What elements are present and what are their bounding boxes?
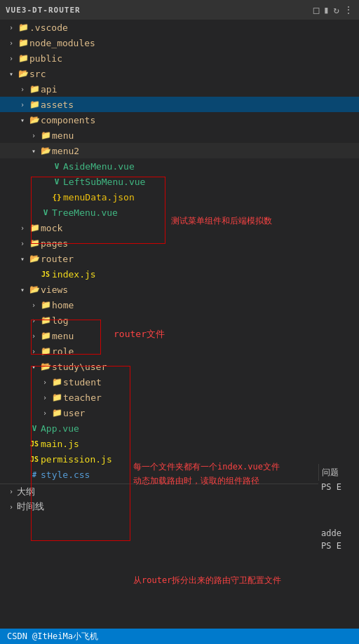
item-label: main.js xyxy=(41,439,79,449)
new-file-icon[interactable]: □ xyxy=(313,4,319,15)
tree-item-role[interactable]: › 📁 role xyxy=(0,343,359,359)
ps-label2: PS E xyxy=(321,541,341,551)
item-label: src xyxy=(29,69,46,79)
chevron-icon: › xyxy=(6,55,17,62)
json-icon: {} xyxy=(50,193,63,202)
tree-item-leftsubmenu[interactable]: V LeftSubMenu.vue xyxy=(0,174,359,189)
vue-icon: V xyxy=(50,162,63,171)
item-label: .vscode xyxy=(29,22,68,33)
added-label: adde xyxy=(321,528,341,538)
chevron-icon: › xyxy=(28,132,39,139)
tree-item-teacher[interactable]: › 📁 teacher xyxy=(0,390,359,405)
item-label: views xyxy=(41,285,68,295)
tree-item-menu2[interactable]: ▾ 📂 menu2 xyxy=(0,143,359,158)
chevron-icon: › xyxy=(28,317,39,324)
folder-icon: 📁 xyxy=(28,100,41,109)
tree-item-router[interactable]: ▾ 📂 router xyxy=(0,251,359,266)
folder-icon: 📁 xyxy=(39,130,52,140)
item-label: api xyxy=(41,84,57,95)
tree-item-api[interactable]: › 📁 api xyxy=(0,81,359,97)
folder-icon: 📁 xyxy=(39,315,52,325)
tree-item-mock[interactable]: › 📁 mock xyxy=(0,220,359,235)
folder-icon: 📁 xyxy=(28,84,41,94)
refresh-icon[interactable]: ↻ xyxy=(334,4,339,15)
folder-open-icon: 📂 xyxy=(39,146,52,156)
added-panel: adde xyxy=(318,527,359,540)
chevron-icon: › xyxy=(17,240,28,247)
tree-item-treemenu[interactable]: V TreeMenu.vue xyxy=(0,205,359,220)
item-label: menu2 xyxy=(52,146,79,156)
chevron-icon: › xyxy=(6,24,17,32)
item-label: home xyxy=(52,300,74,310)
chevron-icon: ▾ xyxy=(28,363,39,371)
tree-item-appvue[interactable]: V App.vue xyxy=(0,420,359,436)
tree-item-assets[interactable]: › 📁 assets xyxy=(0,97,359,112)
item-label: student xyxy=(63,377,102,388)
folder-open-icon: 📂 xyxy=(28,254,41,263)
chevron-icon: › xyxy=(17,224,28,232)
folder-icon: 📁 xyxy=(39,300,52,310)
folder-icon: 📁 xyxy=(17,22,29,32)
tree-item-log[interactable]: › 📁 log xyxy=(0,313,359,328)
chevron-icon: › xyxy=(39,409,50,417)
tree-item-permissionjs[interactable]: JS permission.js xyxy=(0,451,359,467)
item-label: components xyxy=(41,115,95,125)
file-tree: › 📁 .vscode › 📁 node_modules › 📁 public … xyxy=(0,20,359,514)
folder-open-icon: 📂 xyxy=(17,69,29,78)
annotation-permission: 从router拆分出来的路由守卫配置文件 xyxy=(133,575,281,587)
tree-item-views[interactable]: ▾ 📂 views xyxy=(0,282,359,297)
explorer-title: VUE3-DT-ROUTER xyxy=(6,6,81,15)
item-label: teacher xyxy=(63,392,102,403)
tree-item-asidemenu[interactable]: V AsideMenu.vue xyxy=(0,158,359,174)
chevron-icon: › xyxy=(17,85,28,93)
tree-item-components[interactable]: ▾ 📂 components xyxy=(0,112,359,128)
tree-item-outline[interactable]: › 大纲 xyxy=(0,484,359,499)
tree-item-study-user[interactable]: ▾ 📂 study\user xyxy=(0,359,359,374)
tree-item-student[interactable]: › 📁 student xyxy=(0,374,359,390)
top-icons: □ ▮ ↻ ⋮ xyxy=(313,4,353,15)
item-label: user xyxy=(63,408,85,418)
chevron-icon: › xyxy=(28,332,39,340)
folder-icon: 📁 xyxy=(28,238,41,248)
item-label: router xyxy=(41,254,74,264)
explorer-container: VUE3-DT-ROUTER □ ▮ ↻ ⋮ › 📁 .vscode › 📁 n… xyxy=(0,0,359,644)
vue-icon: V xyxy=(39,208,52,217)
collapse-icon[interactable]: ⋮ xyxy=(344,4,353,15)
tree-item-mainjs[interactable]: JS main.js xyxy=(0,436,359,451)
item-label: node_modules xyxy=(29,38,95,48)
tree-item-pages[interactable]: › 📁 pages xyxy=(0,235,359,251)
tree-item-vscode[interactable]: › 📁 .vscode xyxy=(0,20,359,35)
item-label: role xyxy=(52,346,74,357)
tree-item-src[interactable]: ▾ 📂 src xyxy=(0,66,359,81)
item-label: index.js xyxy=(52,269,96,280)
status-bar-left: CSDN @ItHeiMa小飞机 xyxy=(7,631,98,643)
tree-item-menu[interactable]: › 📁 menu xyxy=(0,128,359,143)
tree-item-timeline[interactable]: › 时间线 xyxy=(0,499,359,514)
folder-icon: 📁 xyxy=(39,346,52,356)
ps-label1: PS E xyxy=(321,482,341,492)
tree-item-home[interactable]: › 📁 home xyxy=(0,297,359,313)
ps-panel2: PS E xyxy=(318,540,359,552)
tree-item-stylecss[interactable]: # style.css xyxy=(0,467,359,482)
top-bar: VUE3-DT-ROUTER □ ▮ ↻ ⋮ xyxy=(0,0,359,20)
tree-item-public[interactable]: › 📁 public xyxy=(0,50,359,66)
item-label: App.vue xyxy=(41,423,79,434)
ps-panel1: PS E xyxy=(318,481,359,493)
folder-open-icon: 📂 xyxy=(28,285,41,294)
item-label: permission.js xyxy=(41,454,112,465)
issue-label: 问题 xyxy=(322,467,339,477)
chevron-icon: ▾ xyxy=(17,116,28,124)
item-label: menu xyxy=(52,331,74,341)
new-folder-icon[interactable]: ▮ xyxy=(323,4,329,15)
chevron-icon: › xyxy=(6,503,17,511)
tree-item-views-menu[interactable]: › 📁 menu xyxy=(0,328,359,343)
vue-icon: V xyxy=(28,424,41,433)
folder-icon: 📁 xyxy=(17,53,29,63)
tree-item-user[interactable]: › 📁 user xyxy=(0,405,359,420)
tree-item-router-index[interactable]: JS index.js xyxy=(0,266,359,282)
chevron-icon: ▾ xyxy=(17,255,28,263)
tree-item-menudata[interactable]: {} menuData.json xyxy=(0,189,359,205)
item-label: LeftSubMenu.vue xyxy=(63,177,145,187)
tree-item-node-modules[interactable]: › 📁 node_modules xyxy=(0,35,359,50)
chevron-icon: › xyxy=(28,301,39,309)
